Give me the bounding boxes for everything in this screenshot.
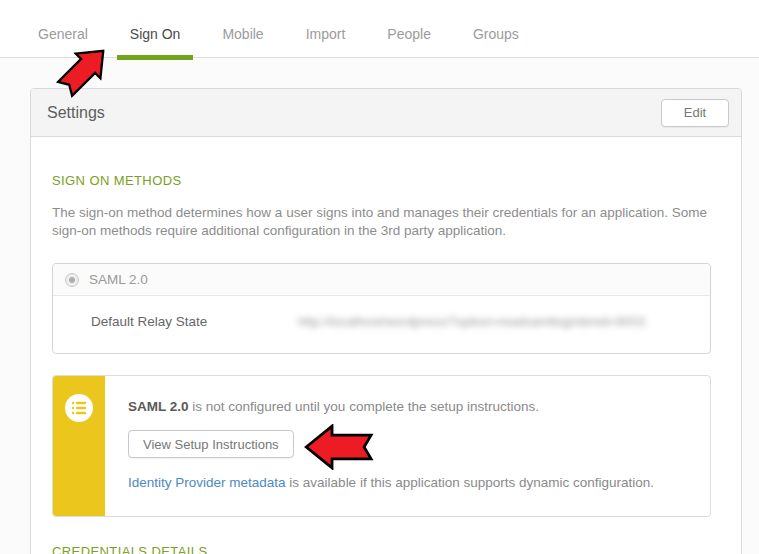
metadata-line: Identity Provider metadata is available … <box>128 475 690 490</box>
tab-people[interactable]: People <box>374 26 444 57</box>
view-setup-instructions-button[interactable]: View Setup Instructions <box>128 430 294 458</box>
tab-sign-on[interactable]: Sign On <box>117 26 194 57</box>
default-relay-state-value-blurred: http://localhost/wordpress/?option=reads… <box>298 314 645 329</box>
tab-general[interactable]: General <box>25 26 101 57</box>
saml-setup-callout: SAML 2.0 is not configured until you com… <box>52 375 711 517</box>
callout-content: SAML 2.0 is not configured until you com… <box>105 376 710 516</box>
identity-provider-metadata-link[interactable]: Identity Provider metadata <box>128 475 286 490</box>
saml-method-name: SAML 2.0 <box>89 272 148 287</box>
saml-radio-button[interactable] <box>65 273 79 287</box>
app-tab-bar: General Sign On Mobile Import People Gro… <box>0 0 759 58</box>
sign-on-methods-description: The sign-on method determines how a user… <box>52 204 711 240</box>
edit-button[interactable]: Edit <box>661 99 729 127</box>
saml-method-card-header: SAML 2.0 <box>53 264 710 296</box>
callout-method-name: SAML 2.0 <box>128 399 189 414</box>
tab-mobile[interactable]: Mobile <box>209 26 276 57</box>
settings-panel: Settings Edit SIGN ON METHODS The sign-o… <box>30 88 742 554</box>
settings-panel-header: Settings Edit <box>31 89 741 137</box>
saml-method-card-body: Default Relay State http://localhost/wor… <box>53 296 710 353</box>
callout-yellow-stripe <box>53 376 105 516</box>
settings-panel-body: SIGN ON METHODS The sign-on method deter… <box>31 137 741 554</box>
panel-title: Settings <box>47 104 661 122</box>
tab-import[interactable]: Import <box>293 26 359 57</box>
default-relay-state-label: Default Relay State <box>91 314 298 329</box>
not-configured-message: SAML 2.0 is not configured until you com… <box>128 399 690 414</box>
saml-method-card: SAML 2.0 Default Relay State http://loca… <box>52 263 711 354</box>
sign-on-methods-heading: SIGN ON METHODS <box>52 173 711 188</box>
setup-instructions-list-icon <box>65 394 93 422</box>
tab-groups[interactable]: Groups <box>460 26 532 57</box>
credentials-details-heading: CREDENTIALS DETAILS <box>52 544 711 554</box>
